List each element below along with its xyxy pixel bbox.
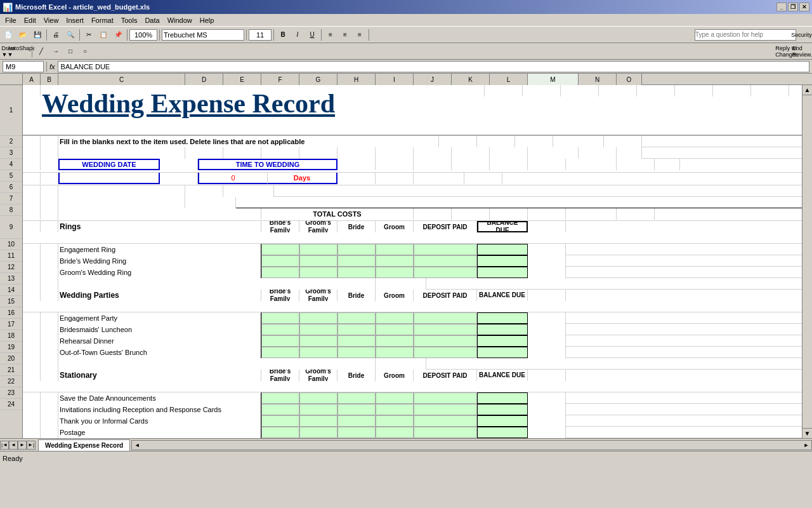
cell-g22[interactable] — [299, 404, 337, 415]
cell-a16[interactable] — [23, 324, 41, 335]
cell-b11[interactable] — [41, 255, 58, 267]
cell-m10[interactable] — [477, 244, 528, 255]
cell-a1[interactable] — [23, 85, 41, 97]
cell-h10[interactable] — [337, 244, 376, 255]
paste-button[interactable]: 📌 — [111, 28, 125, 42]
cell-reference-box[interactable]: M9 — [3, 61, 44, 72]
cell-g12[interactable] — [299, 267, 337, 278]
align-left-button[interactable]: ≡ — [324, 28, 337, 42]
cell-l22[interactable] — [414, 404, 477, 415]
ellipse-tool[interactable]: ○ — [78, 44, 92, 58]
cell-k8[interactable] — [490, 208, 528, 220]
cell-h22[interactable] — [337, 404, 376, 415]
menu-file[interactable]: File — [1, 16, 20, 25]
cell-a13[interactable] — [23, 278, 41, 290]
cell-f12[interactable] — [261, 267, 299, 278]
cell-f10[interactable] — [261, 244, 299, 255]
close-button[interactable]: ✕ — [799, 3, 809, 11]
cell-f22[interactable] — [261, 404, 299, 415]
formula-input[interactable] — [58, 61, 809, 72]
cell-l17[interactable] — [414, 335, 477, 347]
col-header-g[interactable]: G — [299, 74, 337, 85]
cell-b17[interactable] — [41, 335, 58, 347]
cell-a4[interactable] — [23, 159, 41, 170]
cell-n12[interactable] — [528, 267, 566, 278]
cell-a20[interactable] — [23, 370, 41, 381]
cell-b23[interactable] — [41, 415, 58, 427]
cell-m3[interactable] — [528, 147, 579, 159]
help-input[interactable] — [695, 29, 796, 41]
cell-n15[interactable] — [528, 312, 566, 324]
menu-data[interactable]: Data — [141, 16, 163, 25]
cell-b15[interactable] — [41, 312, 58, 324]
cell-j1[interactable] — [713, 85, 751, 97]
cell-o3[interactable] — [617, 147, 642, 159]
cell-m23[interactable] — [477, 415, 528, 427]
cell-f21[interactable] — [261, 392, 299, 404]
cell-m24[interactable] — [477, 427, 528, 438]
horizontal-scrollbar[interactable]: ◄ ► — [131, 440, 812, 450]
cell-m13[interactable] — [376, 278, 426, 290]
cell-a14[interactable] — [23, 290, 41, 301]
cell-i17[interactable] — [376, 335, 414, 347]
cell-i18[interactable] — [376, 347, 414, 358]
cell-n4[interactable] — [617, 159, 655, 170]
cell-f11[interactable] — [261, 255, 299, 267]
cell-n3[interactable] — [579, 147, 617, 159]
col-header-m[interactable]: M — [528, 74, 579, 85]
cell-k1[interactable] — [751, 85, 789, 97]
scroll-left-button[interactable]: ◄ — [132, 441, 142, 450]
cell-a18[interactable] — [23, 347, 41, 358]
cell-a2[interactable] — [23, 136, 41, 147]
cell-b8[interactable] — [41, 208, 58, 220]
cell-g2[interactable] — [477, 136, 515, 147]
tab-next-button[interactable]: ► — [18, 441, 27, 450]
cell-m15[interactable] — [477, 312, 528, 324]
line-tool[interactable]: ╱ — [34, 44, 48, 58]
cell-b19[interactable] — [41, 358, 58, 370]
cell-m8[interactable] — [566, 208, 617, 220]
cell-i24[interactable] — [376, 427, 414, 438]
col-header-f[interactable]: F — [261, 74, 299, 85]
cell-b24[interactable] — [41, 427, 58, 438]
col-header-d[interactable]: D — [185, 74, 223, 85]
cell-d6[interactable] — [185, 185, 223, 197]
cell-h12[interactable] — [337, 267, 376, 278]
tab-last-button[interactable]: ►| — [27, 441, 36, 450]
cell-b5[interactable] — [41, 173, 58, 184]
cell-i4[interactable] — [414, 159, 452, 170]
col-header-i[interactable]: I — [376, 74, 414, 85]
cell-m11[interactable] — [477, 255, 528, 267]
cell-a22[interactable] — [23, 404, 41, 415]
cell-n14[interactable] — [528, 290, 566, 301]
cell-l15[interactable] — [414, 312, 477, 324]
cell-h3[interactable] — [337, 147, 376, 159]
cell-b14[interactable] — [41, 290, 58, 301]
cell-g3[interactable] — [299, 147, 337, 159]
cell-a3[interactable] — [23, 147, 41, 159]
restore-button[interactable]: ❐ — [788, 3, 798, 11]
font-size-input[interactable] — [249, 29, 272, 41]
cell-l16[interactable] — [414, 324, 477, 335]
cell-a24[interactable] — [23, 427, 41, 438]
cell-h2[interactable] — [515, 136, 553, 147]
cell-d4[interactable] — [160, 159, 198, 170]
cell-g1[interactable] — [599, 85, 637, 97]
cell-l24[interactable] — [414, 427, 477, 438]
cell-b9[interactable] — [41, 221, 58, 232]
new-button[interactable]: 📄 — [1, 28, 15, 42]
col-header-b[interactable]: B — [41, 74, 58, 85]
cell-m16[interactable] — [477, 324, 528, 335]
autoshapes-button[interactable]: AutoShapes ▼ — [16, 44, 30, 58]
cell-h15[interactable] — [337, 312, 376, 324]
cell-l12[interactable] — [414, 267, 477, 278]
cell-i22[interactable] — [376, 404, 414, 415]
window-controls[interactable]: _ ❐ ✕ — [776, 3, 809, 11]
col-header-h[interactable]: H — [337, 74, 376, 85]
cell-n17[interactable] — [528, 335, 566, 347]
cell-m12[interactable] — [477, 267, 528, 278]
cell-e3[interactable] — [223, 147, 261, 159]
open-button[interactable]: 📂 — [16, 28, 30, 42]
rect-tool[interactable]: □ — [63, 44, 77, 58]
cell-f18[interactable] — [261, 347, 299, 358]
